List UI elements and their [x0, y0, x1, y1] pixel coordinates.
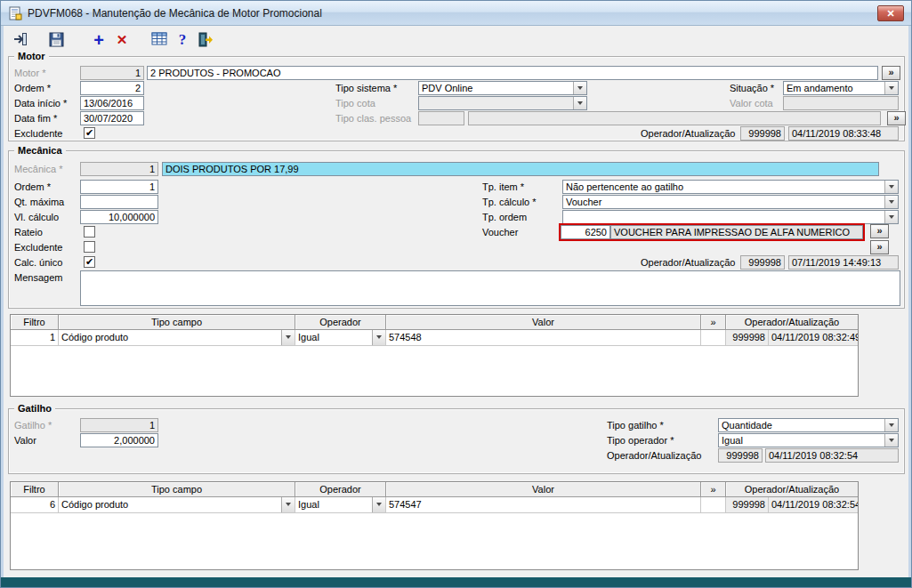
- more-cell: [701, 330, 726, 345]
- chevron-down-icon: [573, 82, 586, 94]
- motor-operador-field: 999998: [740, 126, 785, 141]
- motor-ordem-input[interactable]: 2: [80, 81, 144, 95]
- tp-calculo-select[interactable]: Voucher: [562, 195, 899, 209]
- more-column-header-button[interactable]: »: [701, 315, 726, 330]
- more-cell: [701, 497, 726, 512]
- mecanica-excludente-checkbox[interactable]: [84, 241, 95, 253]
- footer-bar: [1, 577, 911, 588]
- delete-icon: ✕: [117, 32, 128, 48]
- data-fim-label: Data fim *: [14, 113, 57, 125]
- filtro-column-header: Filtro: [11, 482, 59, 497]
- motor-atualizacao-field: 04/11/2019 08:33:48: [788, 126, 899, 141]
- gatilho-valor-label: Valor: [14, 435, 36, 447]
- chevron-down-icon: [884, 82, 898, 94]
- gatilho-atualizacao-field: 04/11/2019 08:32:54: [765, 448, 899, 463]
- voucher-extra-button[interactable]: »: [870, 240, 889, 254]
- chevron-down-icon: [372, 497, 385, 512]
- more-column-header-button[interactable]: »: [701, 482, 726, 497]
- tipo-sistema-label: Tipo sistema *: [335, 83, 397, 94]
- operador-cell: 999998: [726, 497, 769, 512]
- mensagem-label: Mensagem: [14, 272, 62, 284]
- data-fim-input[interactable]: 30/07/2020: [80, 111, 144, 125]
- tipo-gatilho-select[interactable]: Quantidade: [718, 418, 899, 432]
- mensagem-textarea[interactable]: [80, 270, 900, 306]
- delete-button[interactable]: ✕: [111, 29, 133, 51]
- tp-item-select[interactable]: Não pertencente ao gatilho: [562, 180, 899, 194]
- valor-cell[interactable]: 574547: [386, 497, 701, 512]
- grid-header-row: Filtro Tipo campo Operador Valor » Opera…: [11, 315, 858, 330]
- grid-header-row: Filtro Tipo campo Operador Valor » Opera…: [11, 482, 858, 497]
- mecanica-label: Mecânica *: [14, 164, 62, 175]
- vl-calculo-input[interactable]: 10,000000: [80, 210, 158, 224]
- data-inicio-input[interactable]: 13/06/2016: [80, 96, 144, 110]
- chevron-down-icon: [281, 497, 295, 512]
- valor-column-header: Valor: [386, 315, 701, 330]
- voucher-label: Voucher: [482, 227, 518, 238]
- qt-maxima-input[interactable]: [80, 195, 158, 209]
- calc-unico-checkbox[interactable]: ✔: [84, 256, 95, 268]
- tipo-campo-value: Código produto: [61, 332, 279, 342]
- voucher-lookup-button[interactable]: »: [870, 224, 889, 238]
- motor-lookup-button[interactable]: »: [882, 66, 900, 80]
- tp-calculo-value: Voucher: [566, 197, 883, 207]
- window-title: PDVFM068 - Manutenção de Mecânica de Mot…: [28, 7, 322, 20]
- mecanica-excludente-label: Excludente: [14, 242, 62, 254]
- help-button[interactable]: ?: [172, 29, 193, 51]
- operador-value: Igual: [298, 499, 370, 510]
- insert-button[interactable]: +: [88, 29, 109, 51]
- mecanica-operador-field: 999998: [740, 255, 785, 270]
- mecanica-desc-field[interactable]: DOIS PRODUTOS POR 17,99: [162, 162, 879, 176]
- operador-select[interactable]: Igual: [295, 497, 386, 512]
- operador-atualizacao-column-header: Operador/Atualização: [726, 315, 858, 330]
- tipo-campo-select[interactable]: Código produto: [59, 497, 295, 512]
- grid-button[interactable]: [149, 29, 170, 51]
- chevron-down-icon: [884, 419, 898, 431]
- mecanica-ordem-input[interactable]: 1: [80, 180, 158, 194]
- voucher-alert-box: 6250 VOUCHER PARA IMPRESSAO DE ALFA NUME…: [559, 223, 865, 241]
- close-button[interactable]: ✕: [877, 5, 904, 21]
- operador-value: Igual: [298, 332, 370, 342]
- motor-ordem-label: Ordem *: [14, 83, 51, 94]
- situacao-value: Em andamento: [787, 83, 883, 93]
- title-bar[interactable]: PDVFM068 - Manutenção de Mecânica de Mot…: [1, 1, 911, 26]
- tipo-sistema-select[interactable]: PDV Online: [418, 81, 587, 95]
- tipo-clas-pessoa-lookup-button[interactable]: »: [887, 111, 906, 125]
- tipo-campo-select[interactable]: Código produto: [59, 330, 295, 345]
- save-button[interactable]: [45, 29, 67, 51]
- tp-item-label: Tp. item *: [482, 181, 524, 193]
- tipo-operador-select[interactable]: Igual: [718, 433, 899, 447]
- grid-icon: [151, 32, 167, 48]
- rateio-checkbox[interactable]: [84, 226, 95, 238]
- filtro-cell[interactable]: 6: [11, 497, 59, 512]
- tipo-clas-pessoa-code-field: [418, 111, 464, 125]
- qt-maxima-label: Qt. máxima: [14, 197, 64, 208]
- situacao-select[interactable]: Em andamento: [783, 81, 899, 95]
- data-inicio-label: Data início *: [14, 98, 67, 109]
- filtro-cell[interactable]: 1: [11, 330, 59, 345]
- exit-button[interactable]: [195, 29, 216, 51]
- mecanica-group: Mecânica Mecânica * 1 DOIS PRODUTOS POR …: [8, 150, 905, 309]
- tp-ordem-select[interactable]: [562, 210, 899, 224]
- chevron-down-icon: [884, 434, 898, 447]
- motor-label: Motor *: [14, 68, 45, 79]
- table-row: 6 Código produto Igual 574547 999998 04/…: [11, 497, 858, 513]
- operador-select[interactable]: Igual: [295, 330, 386, 345]
- save-icon: [49, 32, 64, 49]
- motor-excludente-checkbox[interactable]: ✔: [84, 127, 95, 139]
- mecanica-atualizacao-field: 07/11/2019 14:49:13: [788, 255, 899, 270]
- plus-icon: +: [93, 32, 104, 48]
- motor-desc-field[interactable]: 2 PRODUTOS - PROMOCAO: [147, 66, 878, 80]
- mecanica-ordem-label: Ordem *: [14, 181, 51, 193]
- tipo-operador-value: Igual: [722, 435, 883, 446]
- return-button[interactable]: [10, 29, 31, 51]
- gatilho-valor-input[interactable]: 2,000000: [80, 433, 158, 447]
- mecanica-group-legend: Mecânica: [14, 145, 66, 156]
- voucher-id-input[interactable]: 6250: [561, 225, 610, 239]
- return-icon: [12, 31, 28, 49]
- valor-cell[interactable]: 574548: [386, 330, 701, 345]
- operador-column-header: Operador: [295, 315, 386, 330]
- toolbar: + ✕ ?: [1, 26, 911, 54]
- tipo-cota-label: Tipo cota: [335, 98, 375, 109]
- gatilho-group-legend: Gatilho: [14, 403, 55, 414]
- motor-excludente-label: Excludente: [14, 128, 62, 140]
